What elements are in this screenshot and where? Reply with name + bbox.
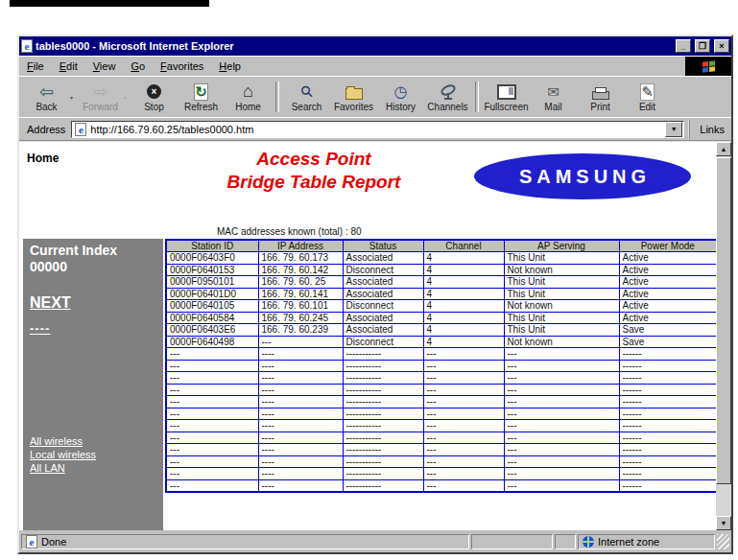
sidebar-link-local-wireless[interactable]: Local wireless: [30, 448, 156, 461]
table-cell: ---: [423, 348, 504, 361]
table-cell: Disconnect: [343, 336, 423, 348]
table-cell: Active: [619, 288, 716, 300]
prev-link[interactable]: ----: [30, 321, 50, 336]
table-cell: ------: [619, 455, 716, 468]
table-cell: 0000F0640584: [166, 312, 258, 324]
search-icon: ⚲: [301, 82, 313, 102]
toolbar-button-channels[interactable]: Channels: [424, 80, 471, 115]
table-cell: ---: [258, 336, 343, 348]
table-row: 0000F06401D0166. 79. 60.141Associated4Th…: [166, 288, 716, 300]
table-cell: ---: [504, 408, 619, 420]
table-cell: Not known: [504, 336, 619, 348]
toolbar-button-search[interactable]: ⚲Search: [283, 80, 330, 115]
table-cell: ---: [423, 479, 504, 492]
address-url[interactable]: http://166.79.60.25/tables0000.htm: [90, 124, 661, 135]
restore-button[interactable]: ❐: [695, 39, 710, 53]
current-index-label: Current Index: [30, 243, 156, 259]
table-cell: ---: [166, 360, 258, 372]
toolbar-button-favorites[interactable]: Favorites: [330, 80, 377, 115]
ie-window-icon: e: [21, 39, 33, 53]
minimize-button[interactable]: _: [676, 39, 691, 53]
table-cell: 4: [423, 324, 504, 337]
sidebar-link-all-lan[interactable]: All LAN: [30, 461, 156, 475]
table-cell: 4: [423, 264, 504, 276]
toolbar-button-back[interactable]: ⇦Back: [23, 80, 70, 115]
close-button[interactable]: ×: [714, 39, 729, 53]
scroll-up-icon[interactable]: ▲: [716, 142, 731, 156]
ie-page-icon: e: [75, 123, 86, 136]
table-cell: -----------: [343, 396, 423, 408]
menu-item-file[interactable]: File: [19, 60, 52, 72]
table-cell: ---: [423, 408, 504, 420]
back-icon: ⇦: [39, 82, 54, 102]
resize-grip[interactable]: [717, 534, 729, 549]
table-cell: ------: [619, 420, 716, 432]
menu-item-favorites[interactable]: Favorites: [153, 60, 211, 72]
table-cell: 0000F06403E6: [166, 324, 258, 337]
main-row: Current Index 00000 NEXT ---- All wirele…: [19, 239, 716, 530]
table-row: 0000F06403E6166. 79. 60.239Associated4Th…: [166, 324, 716, 337]
table-cell: ----: [258, 372, 343, 385]
toolbar-button-edit[interactable]: ✎Edit: [624, 80, 671, 115]
page-title-line2: Bridge Table Report: [154, 171, 474, 194]
toolbar-button-mail[interactable]: ✉Mail: [530, 80, 577, 115]
toolbar-button-print[interactable]: Print: [577, 80, 624, 115]
table-cell: ---: [423, 432, 504, 444]
window-title: tables0000 - Microsoft Internet Explorer: [36, 40, 672, 52]
table-cell: ---: [504, 384, 619, 396]
stop-icon: ×: [147, 82, 161, 102]
toolbar-button-label: Home: [235, 102, 261, 112]
sidebar-link-all-wireless[interactable]: All wireless: [30, 434, 156, 448]
toolbar-button-forward[interactable]: ⇨Forward: [77, 80, 124, 115]
toolbar-button-history[interactable]: ◷History: [377, 80, 424, 115]
scrollbar-thumb[interactable]: [716, 157, 731, 484]
address-input[interactable]: e http://166.79.60.25/tables0000.htm ▼: [71, 121, 684, 138]
table-cell: ----: [258, 420, 343, 432]
table-cell: Associated: [343, 252, 423, 265]
table-row: 0000F0640584166. 79. 60.245Associated4Th…: [166, 312, 716, 324]
menu-item-view[interactable]: View: [85, 60, 124, 72]
address-dropdown-button[interactable]: ▼: [665, 122, 682, 137]
table-cell: -----------: [343, 432, 423, 444]
table-cell: Disconnect: [343, 264, 423, 276]
windows-logo-throbber: [685, 57, 731, 76]
table-row: 0000F0640105166. 79. 60.101Disconnect4No…: [166, 300, 716, 313]
table-cell: Active: [619, 264, 716, 276]
dropdown-arrow-icon[interactable]: ▾: [124, 94, 131, 101]
table-header-row: Station IDIP AddressStatusChannelAP Serv…: [166, 240, 716, 252]
print-icon: [592, 82, 609, 102]
toolbar-button-refresh[interactable]: ↻Refresh: [178, 80, 225, 115]
table-row: ------------------------------: [166, 408, 716, 420]
menu-item-help[interactable]: Help: [211, 60, 249, 72]
vertical-scrollbar[interactable]: ▲ ▼: [716, 142, 731, 530]
table-body: 0000F06403F0166. 79. 60.173Associated4Th…: [166, 252, 716, 492]
links-section[interactable]: Links: [688, 120, 729, 139]
table-cell: ---: [504, 348, 619, 361]
table-cell: ------: [619, 348, 716, 361]
table-cell: Disconnect: [343, 300, 423, 313]
home-link[interactable]: Home: [27, 152, 154, 165]
table-cell: ------: [619, 468, 716, 480]
sidebar-links: All wirelessLocal wirelessAll LAN: [30, 434, 156, 475]
toolbar-button-fullscreen[interactable]: Fullscreen: [483, 80, 530, 115]
table-cell: ---: [166, 384, 258, 396]
table-cell: ---: [504, 420, 619, 432]
toolbar-button-stop[interactable]: ×Stop: [131, 80, 178, 115]
table-cell: 0000F06403F0: [166, 252, 258, 265]
table-cell: ------: [619, 444, 716, 456]
table-row: ------------------------------: [166, 372, 716, 385]
menu-item-go[interactable]: Go: [123, 60, 153, 72]
table-cell: ---: [166, 348, 258, 361]
toolbar-button-home[interactable]: ⌂Home: [225, 80, 272, 115]
browser-window: e tables0000 - Microsoft Internet Explor…: [17, 35, 733, 554]
next-link[interactable]: NEXT: [30, 294, 71, 312]
dropdown-arrow-icon[interactable]: ▾: [70, 94, 77, 101]
table-cell: Associated: [343, 276, 423, 289]
table-cell: 4: [423, 312, 504, 324]
menu-item-edit[interactable]: Edit: [52, 60, 85, 72]
scrollbar-track[interactable]: [716, 156, 731, 516]
table-cell: 4: [423, 336, 504, 348]
forward-icon: ⇨: [93, 82, 107, 102]
table-row: ------------------------------: [166, 396, 716, 408]
scroll-down-icon[interactable]: ▼: [716, 516, 731, 530]
